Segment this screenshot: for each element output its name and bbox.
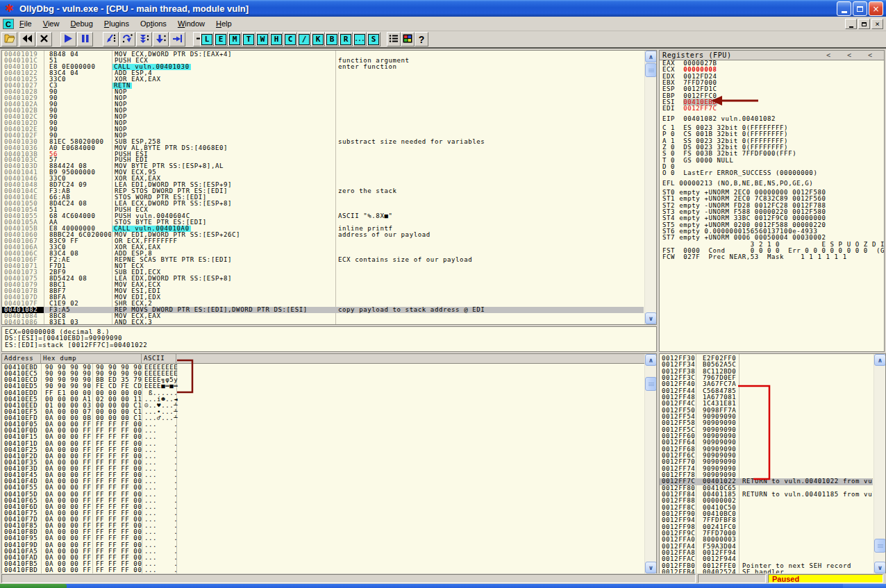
dump-row[interactable]: 00410F6D0A 00 00 FFFF FF FF 00... . — [2, 504, 644, 510]
disasm-row[interactable]: 0040105AAASTOS BYTE PTR ES:[EDI] — [2, 219, 644, 226]
panel-button-r[interactable]: R — [339, 32, 353, 47]
mdi-close-button[interactable]: × — [871, 19, 883, 29]
windows-taskbar[interactable] — [0, 584, 886, 588]
registers-nav-back[interactable]: < — [868, 51, 873, 60]
stack-row[interactable]: 0012FFA80012FF94 — [660, 550, 873, 556]
step-into-button[interactable] — [103, 32, 119, 47]
disasm-row[interactable]: 0040102F90NOP — [2, 133, 644, 139]
disasm-row[interactable]: 0040103B56PUSH ESI — [2, 151, 644, 158]
stack-row[interactable]: 0012FF4C1C431E81 — [660, 401, 873, 407]
disasm-row[interactable]: 0040104E66:ABSTOS WORD PTR ES:[EDI] — [2, 194, 644, 201]
menu-help[interactable]: Help — [210, 17, 237, 30]
registers-pane[interactable]: Registers (FPU)<<<EAX 0000027BECX 000000… — [659, 50, 885, 352]
disasm-row[interactable]: 00401036A0 E0684000MOV AL,BYTE PTR DS:[4… — [2, 145, 644, 151]
disasm-row[interactable]: 0040108683E1 03AND ECX,3 — [2, 319, 644, 325]
log-button[interactable] — [387, 32, 401, 47]
disasm-row[interactable]: 004010198B48 04MOV ECX,DWORD PTR DS:[EAX… — [2, 51, 644, 58]
menu-file[interactable]: File — [14, 17, 37, 30]
disasm-row[interactable]: 0040102A90NOP — [2, 101, 644, 108]
scrollbar[interactable]: ∧∨ — [644, 354, 656, 573]
dump-pane[interactable]: AddressHex dumpASCII00410EBD90 90 90 909… — [1, 353, 657, 574]
dump-row[interactable]: 00410EF50A 00 00 0700 00 00 C1...•...┴ — [2, 409, 644, 415]
registers-nav-back[interactable]: < — [847, 51, 852, 60]
scrollbar-thumb[interactable] — [874, 539, 886, 553]
registers-nav-back[interactable]: < — [826, 51, 831, 60]
open-folder-button[interactable] — [1, 32, 17, 47]
stack-row[interactable]: 0012FF388C112BD0 — [660, 369, 873, 375]
stack-row[interactable]: 0012FF7490909090 — [660, 466, 873, 472]
dump-row[interactable]: 00410EED01 00 00 0300 00 00 C1☺..♥...┴ — [2, 403, 644, 409]
disasm-row[interactable]: 0040102E90NOP — [2, 126, 644, 133]
scrollbar-thumb[interactable] — [645, 63, 657, 77]
stack-row[interactable]: 0012FF5490909090 — [660, 414, 873, 420]
run-button[interactable] — [60, 32, 76, 47]
dump-row[interactable]: 00410F2D0A 00 00 FFFF FF FF 00... . — [2, 453, 644, 460]
disasm-row[interactable]: 0040107FC1E9 02SHR ECX,2 — [2, 301, 644, 307]
stack-row[interactable]: 0012FF7C00401022RETURN to vuln.00401022 … — [660, 478, 873, 485]
panel-button-w[interactable]: W — [256, 32, 269, 47]
disasm-row[interactable]: 0040104633C0XOR EAX,EAX — [2, 176, 644, 182]
stack-pane[interactable]: 0012FF30E2F02FF00012FF34B0562A5C0012FF38… — [659, 353, 886, 574]
stack-row[interactable]: 0012FF481A677081 — [660, 394, 873, 401]
disasm-row[interactable]: 0040106A33C0XOR EAX,EAX — [2, 244, 644, 251]
disasm-row[interactable]: 0040105451PUSH ECX — [2, 207, 644, 213]
stack-row[interactable]: 0012FF7890909090 — [660, 472, 873, 478]
pause-button[interactable] — [77, 32, 93, 47]
stack-row[interactable]: 0012FF6C90909090 — [660, 453, 873, 459]
disasm-row[interactable]: 0040106FF2:AEREPNE SCAS BYTE PTR ES:[EDI… — [2, 257, 644, 263]
dump-row[interactable]: 00410F7D0A 00 00 FFFF FF FF 00... . — [2, 516, 644, 523]
close-button[interactable] — [36, 32, 52, 47]
disasm-row[interactable]: 0040102D90NOP — [2, 120, 644, 126]
stack-row[interactable]: 0012FF403A67FC7A — [660, 381, 873, 387]
stack-row[interactable]: 0012FF9000410BC0 — [660, 511, 873, 517]
minimize-button[interactable] — [837, 1, 851, 16]
stack-row[interactable]: 0012FF34B0562A5C — [660, 362, 873, 368]
disasm-row[interactable]: 0040107D8BFAMOV EDI,EDX — [2, 294, 644, 301]
dump-row[interactable]: 00410ECD90 90 90 90BB ED 35 79ÉÉÉÉ╗φ5y — [2, 377, 644, 383]
dump-row[interactable]: 00410F150A 00 00 FFFF FF FF 00... . — [2, 434, 644, 440]
stack-row[interactable]: 0012FF9C7FFD7000 — [660, 530, 873, 537]
stack-row[interactable]: 0012FF44C5684785 — [660, 388, 873, 394]
appearance-button[interactable] — [401, 32, 415, 47]
disasm-row[interactable]: 0040102533C0XOR EAX,EAX — [2, 76, 644, 83]
dump-row[interactable]: 00410F9D0A 00 00 FFFF FF FF 00... . — [2, 542, 644, 548]
scroll-up-button[interactable]: ∧ — [645, 354, 657, 366]
scroll-up-button[interactable]: ∧ — [874, 354, 886, 366]
disasm-row[interactable]: 0040102283C4 04ADD ESP,4 — [2, 70, 644, 76]
dump-header-address[interactable]: Address — [2, 354, 41, 363]
dump-row[interactable]: 00410FB50A 00 00 FFFF FF FF 00... . — [2, 561, 644, 567]
disasm-row[interactable]: 004010488D7C24 09LEA EDI,DWORD PTR SS:[E… — [2, 182, 644, 188]
panel-button-b[interactable]: B — [325, 32, 339, 47]
disasm-row[interactable]: 004010848BC8MOV ECX,EAX — [2, 313, 644, 319]
disasm-row[interactable]: 004010608BBC24 6C020000MOV EDI,DWORD PTR… — [2, 232, 644, 238]
disasm-row[interactable]: 0040102C90NOP — [2, 114, 644, 120]
dump-row[interactable]: 00410F950A 00 00 FFFF FF FF 00... . — [2, 535, 644, 541]
disassembly-pane[interactable]: 004010198B48 04MOV ECX,DWORD PTR DS:[EAX… — [1, 50, 657, 325]
stack-row[interactable]: 0012FF8000410C65 — [660, 485, 873, 492]
dump-row[interactable]: 00410EC590 90 90 9090 90 90 90ÉÉÉÉÉÉÉÉ — [2, 371, 644, 377]
disasm-row[interactable]: 0040101C51PUSH ECXfunction argument — [2, 58, 644, 64]
stack-row[interactable]: 0012FF6090909090 — [660, 433, 873, 439]
dump-row[interactable]: 00410F4D0A 00 00 FFFF FF FF 00... . — [2, 478, 644, 485]
panel-button-dotsdotsdots[interactable]: ... — [353, 32, 367, 47]
stack-row[interactable]: 0012FFA4F59A3D04 — [660, 544, 873, 550]
disasm-row[interactable]: 0040106C83C4 08ADD ESP,8 — [2, 251, 644, 257]
animate-into-button[interactable] — [136, 32, 152, 47]
panel-button-s[interactable]: S — [367, 32, 381, 47]
panel-button-c[interactable]: C — [283, 32, 297, 47]
disasm-row[interactable]: 0040105BE8 40000000CALL vuln.004010A0inl… — [2, 226, 644, 232]
dump-row[interactable]: 00410FA50A 00 00 FFFF FF FF 00... . — [2, 548, 644, 555]
panel-button-l[interactable]: L — [200, 32, 214, 47]
panel-button-k[interactable]: K — [311, 32, 325, 47]
stack-row[interactable]: 0012FF8800000002 — [660, 498, 873, 504]
disasm-row[interactable]: 004010758D5424 08LEA EDX,DWORD PTR SS:[E… — [2, 276, 644, 282]
dump-row[interactable]: 00410F5D0A 00 00 FFFF FF FF 00... . — [2, 492, 644, 498]
stack-row[interactable]: 0012FF30E2F02FF0 — [660, 355, 873, 362]
dump-row[interactable]: 00410F650A 00 00 FFFF FF FF 00... . — [2, 498, 644, 504]
disasm-row[interactable]: 00401041B9 95000000MOV ECX,95 — [2, 169, 644, 176]
dump-row[interactable]: 00410ED590 90 90 90FE CD FE CDÉÉÉÉ■═■═ — [2, 383, 644, 389]
animate-over-button[interactable] — [153, 32, 169, 47]
disasm-row[interactable]: 0040105568 4C604000PUSH vuln.0040604CASC… — [2, 213, 644, 219]
stack-row[interactable]: 0012FFB00012FFE0Pointer to next SEH reco… — [660, 563, 873, 569]
step-over-button[interactable] — [119, 32, 135, 47]
